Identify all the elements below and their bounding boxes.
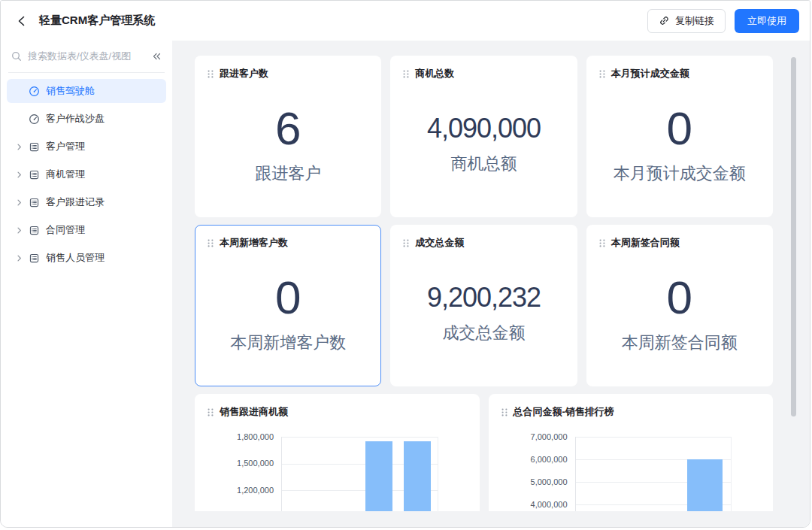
y-axis-tick: 4,000,000: [501, 500, 568, 510]
sidebar-item-label: 客户作战沙盘: [46, 112, 105, 126]
back-icon[interactable]: [14, 14, 29, 29]
drag-handle-icon[interactable]: [599, 70, 605, 78]
sidebar-item-label: 客户管理: [46, 140, 85, 153]
chart-title: 销售跟进商机额: [220, 405, 288, 419]
kpi-label: 成交总金额: [442, 322, 525, 344]
kpi-value: 4,090,000: [427, 115, 541, 142]
vertical-scrollbar[interactable]: [791, 57, 796, 416]
drag-handle-icon[interactable]: [208, 239, 214, 247]
y-axis-labels: 7,000,0006,000,0005,000,0004,000,000: [501, 437, 568, 511]
kpi-card-1[interactable]: 商机总数4,090,000商机总额: [390, 56, 577, 217]
chevron-right-icon[interactable]: [13, 171, 25, 179]
sidebar-item-6[interactable]: 销售人员管理: [7, 246, 166, 270]
app-window: 轻量CRM客户管理系统 复制链接 立即使用: [0, 0, 810, 528]
plot-area: [281, 437, 438, 511]
sidebar-item-label: 合同管理: [46, 223, 85, 237]
kpi-value: 0: [667, 105, 692, 152]
kpi-card-0[interactable]: 跟进客户数6跟进客户: [195, 56, 381, 217]
y-axis-tick: 1,500,000: [208, 459, 274, 468]
kpi-value: 9,200,232: [427, 284, 541, 311]
drag-handle-icon[interactable]: [403, 70, 409, 78]
sidebar-item-5[interactable]: 合同管理: [7, 218, 166, 242]
main-area: 跟进客户数6跟进客户商机总数4,090,000商机总额本月预计成交金额0本月预计…: [172, 41, 810, 528]
header-actions: 复制链接 立即使用: [647, 9, 799, 33]
sidebar-item-2[interactable]: 客户管理: [7, 135, 166, 159]
charts-grid: 销售跟进商机额 1,800,0001,500,0001,200,000: [195, 394, 773, 511]
kpi-label: 本月预计成交金额: [614, 162, 746, 185]
gridline: [576, 437, 732, 438]
collapse-sidebar-icon[interactable]: [152, 52, 162, 61]
gauge-icon: [28, 113, 40, 125]
page-title: 轻量CRM客户管理系统: [39, 14, 155, 28]
kpi-card-title: 成交总金额: [415, 236, 464, 250]
header: 轻量CRM客户管理系统 复制链接 立即使用: [1, 1, 810, 41]
kpi-card-2[interactable]: 本月预计成交金额0本月预计成交金额: [586, 56, 773, 217]
chart-card-contract-ranking[interactable]: 总合同金额-销售排行榜 7,000,0006,000,0005,000,0004…: [489, 394, 774, 511]
bar: [365, 441, 392, 511]
kpi-value: 6: [275, 105, 301, 152]
kpi-label: 本周新增客户数: [230, 332, 346, 354]
kpi-card-title: 本周新增客户数: [220, 236, 288, 250]
chart-title: 总合同金额-销售排行榜: [514, 405, 614, 419]
kpi-card-title: 商机总数: [415, 67, 454, 80]
bar: [404, 441, 431, 511]
chevron-right-icon[interactable]: [13, 143, 25, 151]
search-input[interactable]: 搜索数据表/仪表盘/视图: [1, 41, 172, 72]
kpi-label: 跟进客户: [255, 162, 321, 185]
sidebar-item-label: 商机管理: [46, 168, 85, 181]
kpi-card-title: 本周新签合同额: [611, 236, 680, 250]
sidebar: 搜索数据表/仪表盘/视图 销售驾驶舱客户作战沙盘客户管理商机管理客户跟进记录合同…: [1, 41, 172, 528]
table-icon: [28, 168, 40, 180]
search-icon: [11, 51, 22, 62]
table-icon: [28, 141, 40, 153]
table-icon: [28, 252, 40, 264]
sidebar-item-label: 客户跟进记录: [46, 195, 105, 209]
y-axis-tick: 6,000,000: [501, 455, 568, 465]
kpi-card-title: 跟进客户数: [220, 67, 268, 80]
dashboard-scroll-area: 跟进客户数6跟进客户商机总数4,090,000商机总额本月预计成交金额0本月预计…: [172, 41, 810, 511]
kpi-card-5[interactable]: 本周新签合同额0本周新签合同额: [586, 225, 773, 386]
table-icon: [28, 196, 40, 208]
y-axis-labels: 1,800,0001,500,0001,200,000: [208, 437, 274, 511]
bar: [687, 459, 722, 511]
sidebar-item-label: 销售人员管理: [46, 251, 105, 265]
drag-handle-icon[interactable]: [208, 408, 214, 416]
drag-handle-icon[interactable]: [403, 239, 409, 247]
kpi-value: 0: [667, 274, 692, 321]
drag-handle-icon[interactable]: [599, 239, 605, 247]
drag-handle-icon[interactable]: [501, 408, 508, 416]
gridline: [282, 437, 438, 438]
kpi-card-title: 本月预计成交金额: [611, 67, 689, 80]
kpi-value: 0: [275, 274, 301, 321]
sidebar-item-label: 销售驾驶舱: [46, 84, 95, 98]
kpi-label: 本周新签合同额: [622, 332, 738, 354]
copy-link-button[interactable]: 复制链接: [647, 9, 726, 33]
kpi-label: 商机总额: [450, 153, 517, 175]
sidebar-item-0[interactable]: 销售驾驶舱: [7, 79, 166, 103]
chart-card-sales-followup[interactable]: 销售跟进商机额 1,800,0001,500,0001,200,000: [195, 394, 480, 511]
bar-chart: 1,800,0001,500,0001,200,000: [208, 437, 467, 511]
plot-area: [575, 437, 732, 511]
link-icon: [659, 15, 670, 26]
sidebar-item-4[interactable]: 客户跟进记录: [7, 190, 166, 214]
chevron-right-icon[interactable]: [13, 226, 25, 235]
table-icon: [28, 224, 40, 236]
bar-chart: 7,000,0006,000,0005,000,0004,000,000: [501, 437, 761, 511]
kpi-card-3[interactable]: 本周新增客户数0本周新增客户数: [195, 225, 381, 386]
sidebar-item-3[interactable]: 商机管理: [7, 162, 166, 186]
chevron-right-icon[interactable]: [13, 198, 25, 207]
search-placeholder: 搜索数据表/仪表盘/视图: [28, 50, 146, 63]
chevron-right-icon[interactable]: [13, 254, 25, 262]
sidebar-item-1[interactable]: 客户作战沙盘: [7, 107, 166, 131]
y-axis-tick: 1,200,000: [208, 486, 274, 495]
gauge-icon: [28, 85, 40, 97]
drag-handle-icon[interactable]: [208, 70, 214, 78]
use-now-button[interactable]: 立即使用: [735, 9, 799, 33]
y-axis-tick: 5,000,000: [501, 477, 568, 487]
y-axis-tick: 7,000,000: [501, 432, 568, 442]
kpi-cards-grid: 跟进客户数6跟进客户商机总数4,090,000商机总额本月预计成交金额0本月预计…: [195, 56, 773, 386]
y-axis-tick: 1,800,000: [208, 432, 274, 442]
kpi-card-4[interactable]: 成交总金额9,200,232成交总金额: [390, 225, 577, 386]
sidebar-nav: 销售驾驶舱客户作战沙盘客户管理商机管理客户跟进记录合同管理销售人员管理: [1, 73, 172, 280]
copy-link-label: 复制链接: [675, 14, 714, 28]
